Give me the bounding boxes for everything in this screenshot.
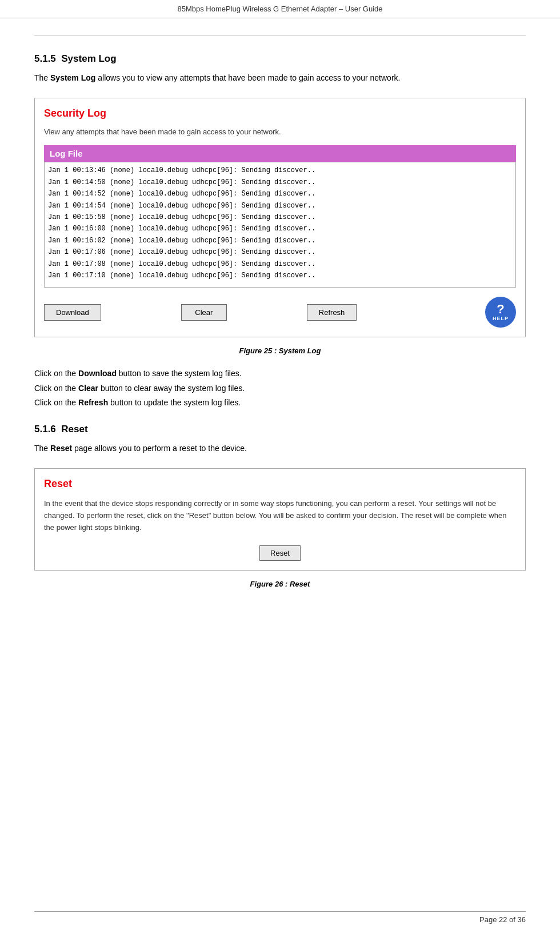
log-line: Jan 1 00:16:02 (none) local0.debug udhcp… [48,235,512,246]
section-516-desc-suffix: page allows you to perform a reset to th… [72,444,247,453]
page-number: Page 22 of 36 [479,915,526,924]
help-label: HELP [493,316,509,321]
help-button[interactable]: ? HELP [485,297,516,328]
section-516-desc: The Reset page allows you to perform a r… [34,442,526,454]
security-log-heading: Security Log [44,107,516,119]
section-515-title: 5.1.5 System Log [34,53,526,65]
log-content-area[interactable]: Jan 1 00:13:46 (none) local0.debug udhcp… [44,162,516,288]
reset-text: In the event that the device stops respo… [44,498,516,533]
log-line: Jan 1 00:13:46 (none) local0.debug udhcp… [48,165,512,176]
instr2-prefix: Click on the [34,384,78,393]
instr2-suffix: button to clear away the system log file… [98,384,245,393]
log-line: Jan 1 00:17:08 (none) local0.debug udhcp… [48,258,512,270]
section-515-name: System Log [61,53,116,64]
security-log-panel: Security Log View any attempts that have… [34,98,526,337]
instr1-suffix: button to save the system log files. [117,369,242,378]
security-log-subtext: View any attempts that have been made to… [44,127,516,136]
section-516-desc-bold: Reset [50,444,72,453]
reset-panel: Reset In the event that the device stops… [34,468,526,570]
log-file-bar: Log File [44,145,516,162]
instr3-prefix: Click on the [34,398,78,407]
reset-btn-row: Reset [44,545,516,561]
header-title: 85Mbps HomePlug Wireless G Ethernet Adap… [177,5,382,13]
refresh-button[interactable]: Refresh [307,304,357,321]
reset-heading: Reset [44,478,516,490]
section-515-desc: The System Log allows you to view any at… [34,71,526,84]
section-515-num: 5.1.5 [34,53,56,64]
log-line: Jan 1 00:16:00 (none) local0.debug udhcp… [48,223,512,234]
section-515-desc-suffix: allows you to view any attempts that hav… [95,73,400,82]
figure-25-caption: Figure 25 : System Log [34,346,526,355]
instr3-suffix: button to update the system log files. [108,398,241,407]
page-header: 85Mbps HomePlug Wireless G Ethernet Adap… [0,0,560,18]
section-516-desc-prefix: The [34,444,50,453]
top-divider [34,35,526,36]
instr3-bold: Refresh [78,398,108,407]
log-line: Jan 1 00:17:10 (none) local0.debug udhcp… [48,270,512,281]
instr1-prefix: Click on the [34,369,78,378]
section-515-desc-bold: System Log [50,73,95,82]
page-footer: Page 22 of 36 [34,911,526,924]
help-icon: ? [497,303,504,316]
log-line: Jan 1 00:17:06 (none) local0.debug udhcp… [48,246,512,258]
section-515-desc-prefix: The [34,73,50,82]
figure-26-caption: Figure 26 : Reset [34,580,526,588]
instruction-line-2: Click on the Clear button to clear away … [34,381,526,396]
section-516-name: Reset [61,424,87,434]
instructions: Click on the Download button to save the… [34,366,526,410]
reset-button[interactable]: Reset [259,545,301,561]
log-line: Jan 1 00:15:58 (none) local0.debug udhcp… [48,212,512,223]
section-516-num: 5.1.6 [34,424,56,434]
panel-buttons: Download Clear Refresh ? HELP [44,297,516,328]
log-line: Jan 1 00:14:54 (none) local0.debug udhcp… [48,200,512,212]
instruction-line-3: Click on the Refresh button to update th… [34,396,526,410]
log-line: Jan 1 00:14:52 (none) local0.debug udhcp… [48,188,512,200]
instruction-line-1: Click on the Download button to save the… [34,366,526,381]
instr2-bold: Clear [78,384,98,393]
instr1-bold: Download [78,369,117,378]
clear-button[interactable]: Clear [181,304,227,321]
log-line: Jan 1 00:14:50 (none) local0.debug udhcp… [48,177,512,188]
download-button[interactable]: Download [44,304,101,321]
section-516-title: 5.1.6 Reset [34,424,526,435]
